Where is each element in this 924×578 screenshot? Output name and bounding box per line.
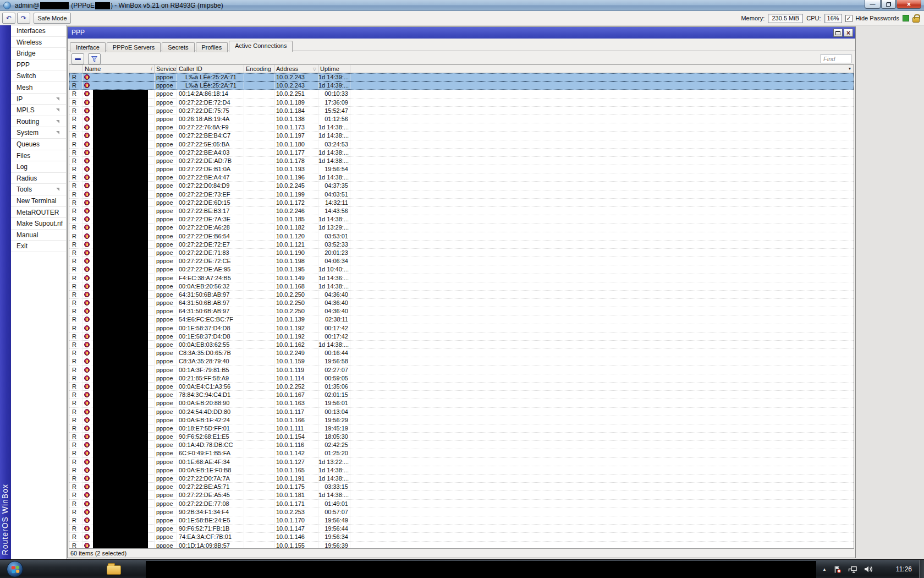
hide-passwords-checkbox[interactable]: ✓ bbox=[845, 15, 853, 22]
sidebar-item-radius[interactable]: Radius bbox=[11, 173, 66, 184]
table-row[interactable]: RpppoeC8:3A:35:D0:65:7B10.0.2.24900:16:4… bbox=[69, 349, 854, 357]
column-header-uptime[interactable]: Uptime bbox=[318, 65, 350, 73]
network-icon[interactable] bbox=[848, 565, 857, 574]
show-desktop-button[interactable] bbox=[919, 560, 924, 578]
column-header-service[interactable]: Service bbox=[155, 65, 177, 73]
table-row[interactable]: Rpppoe00:0A:EB:03:62:5510.0.1.1621d 14:3… bbox=[69, 341, 854, 349]
sidebar-item-mpls[interactable]: MPLS bbox=[11, 105, 66, 116]
table-row[interactable]: Rpppoe64:31:50:6B:AB:9710.0.2.25004:36:4… bbox=[69, 291, 854, 299]
table-row[interactable]: Rpppoe00:27:22:BE:B4:C710.0.1.1971d 14:3… bbox=[69, 132, 854, 140]
safe-mode-button[interactable]: Safe Mode bbox=[34, 13, 71, 24]
table-row[interactable]: Rpppoe00:14:2A:86:18:1410.0.2.25100:10:3… bbox=[69, 90, 854, 98]
sidebar-item-switch[interactable]: Switch bbox=[11, 70, 66, 82]
table-row[interactable]: Rpppoe54:E6:FC:EC:BC:7F10.0.1.13902:38:1… bbox=[69, 315, 854, 324]
sidebar-item-bridge[interactable]: Bridge bbox=[11, 48, 66, 59]
sidebar-item-exit[interactable]: Exit bbox=[11, 241, 66, 252]
table-row[interactable]: Rpppoe00:18:E7:5D:FF:0110.0.1.11119:45:1… bbox=[69, 424, 854, 433]
table-row[interactable]: Rpppoe00:27:22:DE:A6:2810.0.1.1821d 13:2… bbox=[69, 223, 854, 232]
table-row[interactable]: Rpppoe00:1A:3F:79:81:B510.0.1.11902:27:0… bbox=[69, 366, 854, 374]
sidebar-item-new-terminal[interactable]: New Terminal bbox=[11, 195, 66, 207]
table-row[interactable]: Rpppoe00:27:22:DE:72:E710.0.1.12103:52:3… bbox=[69, 241, 854, 249]
sidebar-item-files[interactable]: Files bbox=[11, 150, 66, 162]
table-row[interactable]: Rpppoe90:2B:34:F1:34:F410.0.2.25300:57:0… bbox=[69, 508, 854, 516]
sidebar-item-interfaces[interactable]: Interfaces bbox=[11, 25, 66, 37]
sidebar-item-ppp[interactable]: PPP bbox=[11, 59, 66, 71]
sidebar-item-wireless[interactable]: Wireless bbox=[11, 37, 66, 48]
table-row[interactable]: Rpppoe00:27:22:BE:A4:0310.0.1.1771d 14:3… bbox=[69, 149, 854, 157]
table-row[interactable]: Rpppoe00:27:22:BE:A4:4710.0.1.1961d 14:3… bbox=[69, 173, 854, 182]
table-row[interactable]: Rpppoe00:0A:EB:1E:F0:B810.0.1.1651d 14:3… bbox=[69, 466, 854, 475]
table-row[interactable]: Rpppoe00:27:22:5E:05:BA10.0.1.18003:24:5… bbox=[69, 140, 854, 149]
table-row[interactable]: Rpppoe64:31:50:6B:AB:9710.0.2.25004:36:4… bbox=[69, 307, 854, 315]
find-input[interactable] bbox=[821, 54, 851, 63]
table-row[interactable]: Rpppoe00:27:22:BE:A5:7110.0.1.17503:33:1… bbox=[69, 483, 854, 491]
table-row[interactable]: Rpppoe00:1E:58:37:D4:D810.0.1.19200:17:4… bbox=[69, 324, 854, 332]
action-center-flag-icon[interactable] bbox=[833, 565, 842, 574]
table-row[interactable]: Rpppoe00:1E:68:AE:4F:3410.0.1.1271d 13:2… bbox=[69, 458, 854, 466]
table-row[interactable]: Rpppoe90:F6:52:68:E1:E510.0.1.15418:05:3… bbox=[69, 433, 854, 441]
undo-button[interactable]: ↶ bbox=[2, 13, 15, 24]
table-row[interactable]: Rpppoe00:0A:EB:20:56:3210.0.1.1681d 14:3… bbox=[69, 282, 854, 291]
table-row[interactable]: Rpppoe00:27:22:D0:84:D910.0.2.24504:37:3… bbox=[69, 182, 854, 190]
table-row[interactable]: RpppoeL‰à LÊè:25:2A:7110.0.2.2431d 14:39… bbox=[69, 81, 854, 90]
column-header-caller-id[interactable]: Caller ID bbox=[177, 65, 244, 73]
explorer-taskbar-button[interactable] bbox=[107, 562, 123, 576]
redo-button[interactable]: ↷ bbox=[17, 13, 30, 24]
sidebar-item-routing[interactable]: Routing bbox=[11, 116, 66, 128]
column-header-encoding[interactable]: Encoding bbox=[244, 65, 274, 73]
table-row[interactable]: RpppoeF4:EC:38:A7:24:B510.0.1.1491d 14:3… bbox=[69, 274, 854, 282]
table-row[interactable]: Rpppoe64:31:50:6B:AB:9710.0.2.25004:36:4… bbox=[69, 299, 854, 307]
table-row[interactable]: Rpppoe00:27:22:DE:B6:5410.0.1.12003:53:0… bbox=[69, 232, 854, 241]
restore-button[interactable] bbox=[881, 0, 896, 9]
table-row[interactable]: Rpppoe00:27:22:DE:72:D410.0.1.18917:36:0… bbox=[69, 99, 854, 107]
tab-interface[interactable]: Interface bbox=[70, 42, 106, 52]
sidebar-item-manual[interactable]: Manual bbox=[11, 230, 66, 241]
table-row[interactable]: Rpppoe00:27:22:DE:6D:1510.0.1.17214:32:1… bbox=[69, 199, 854, 207]
table-row[interactable]: Rpppoe00:27:22:DE:71:8310.0.1.19020:01:2… bbox=[69, 249, 854, 257]
hidden-icons-button[interactable]: ▲ bbox=[822, 567, 827, 572]
table-row[interactable]: Rpppoe6C:F0:49:F1:B5:FA10.0.1.14201:25:2… bbox=[69, 449, 854, 457]
table-row[interactable]: Rpppoe00:27:22:DE:B1:0A10.0.1.19319:56:5… bbox=[69, 165, 854, 173]
table-row[interactable]: Rpppoe00:27:22:DE:AD:7B10.0.1.1781d 14:3… bbox=[69, 157, 854, 165]
table-row[interactable]: Rpppoe00:1E:58:BE:24:E510.0.1.17019:56:4… bbox=[69, 516, 854, 525]
sidebar-item-log[interactable]: Log bbox=[11, 161, 66, 173]
table-row[interactable]: Rpppoe00:27:22:DE:AE:9510.0.1.1951d 10:4… bbox=[69, 265, 854, 274]
table-row[interactable]: Rpppoe00:0A:EB:1F:42:2410.0.1.16619:56:2… bbox=[69, 416, 854, 424]
column-header-flags[interactable] bbox=[69, 65, 83, 73]
ppp-restore-button[interactable] bbox=[833, 29, 843, 37]
table-row[interactable]: Rpppoe00:27:22:BE:B3:1710.0.2.24614:43:5… bbox=[69, 207, 854, 215]
ppp-close-button[interactable]: × bbox=[844, 29, 853, 37]
table-row[interactable]: Rpppoe00:1A:4D:78:DB:CC10.0.1.11602:42:2… bbox=[69, 441, 854, 449]
tab-profiles[interactable]: Profiles bbox=[196, 42, 228, 52]
start-button[interactable] bbox=[7, 561, 23, 577]
table-row[interactable]: Rpppoe00:24:54:4D:DD:8010.0.1.11700:13:0… bbox=[69, 408, 854, 416]
column-header-address[interactable]: Address▽ bbox=[274, 65, 318, 73]
tab-pppoe-servers[interactable]: PPPoE Servers bbox=[107, 42, 161, 52]
table-row[interactable]: Rpppoe00:0A:EB:20:88:9010.0.1.16319:56:0… bbox=[69, 399, 854, 407]
table-row[interactable]: Rpppoe00:27:22:DE:7A:3E10.0.1.1851d 14:3… bbox=[69, 215, 854, 223]
column-header-name[interactable]: Name/ bbox=[83, 65, 155, 73]
ppp-window-titlebar[interactable]: PPP × bbox=[68, 27, 855, 39]
table-row[interactable]: Rpppoe00:27:22:D0:7A:7A10.0.1.1911d 14:3… bbox=[69, 475, 854, 483]
table-row[interactable]: Rpppoe00:0A:E4:C1:A3:5610.0.2.25201:35:0… bbox=[69, 383, 854, 391]
table-row[interactable]: Rpppoe00:27:22:76:8A:F910.0.1.1731d 14:3… bbox=[69, 123, 854, 132]
tab-secrets[interactable]: Secrets bbox=[162, 42, 194, 52]
table-row[interactable]: Rpppoe00:27:22:DE:75:7510.0.1.18415:52:4… bbox=[69, 107, 854, 115]
sidebar-item-make-supout-rif[interactable]: Make Supout.rif bbox=[11, 218, 66, 230]
column-options-button[interactable]: ▼ bbox=[845, 65, 854, 73]
table-row[interactable]: Rpppoe00:27:22:DE:77:0810.0.1.17101:49:0… bbox=[69, 500, 854, 508]
sidebar-item-mesh[interactable]: Mesh bbox=[11, 82, 66, 94]
table-row[interactable]: Rpppoe00:1D:1A:09:8B:5710.0.1.15519:56:3… bbox=[69, 542, 854, 549]
table-row[interactable]: Rpppoe00:27:22:DE:73:EF10.0.1.19904:03:5… bbox=[69, 190, 854, 199]
close-button[interactable]: × bbox=[897, 0, 921, 9]
table-row[interactable]: Rpppoe00:27:22:DE:72:CE10.0.1.19804:06:3… bbox=[69, 257, 854, 265]
table-row[interactable]: Rpppoe90:F6:52:71:FB:1B10.0.1.14719:56:4… bbox=[69, 525, 854, 533]
table-row[interactable]: Rpppoe00:26:18:AB:19:4A10.0.1.13801:12:5… bbox=[69, 115, 854, 123]
sidebar-item-system[interactable]: System bbox=[11, 127, 66, 139]
minimize-button[interactable]: — bbox=[865, 0, 881, 9]
sidebar-item-queues[interactable]: Queues bbox=[11, 139, 66, 150]
sidebar-item-tools[interactable]: Tools bbox=[11, 184, 66, 195]
sidebar-item-metarouter[interactable]: MetaROUTER bbox=[11, 207, 66, 219]
filter-button[interactable] bbox=[88, 53, 101, 64]
table-row[interactable]: Rpppoe78:84:3C:94:C4:D110.0.1.16702:01:1… bbox=[69, 391, 854, 399]
